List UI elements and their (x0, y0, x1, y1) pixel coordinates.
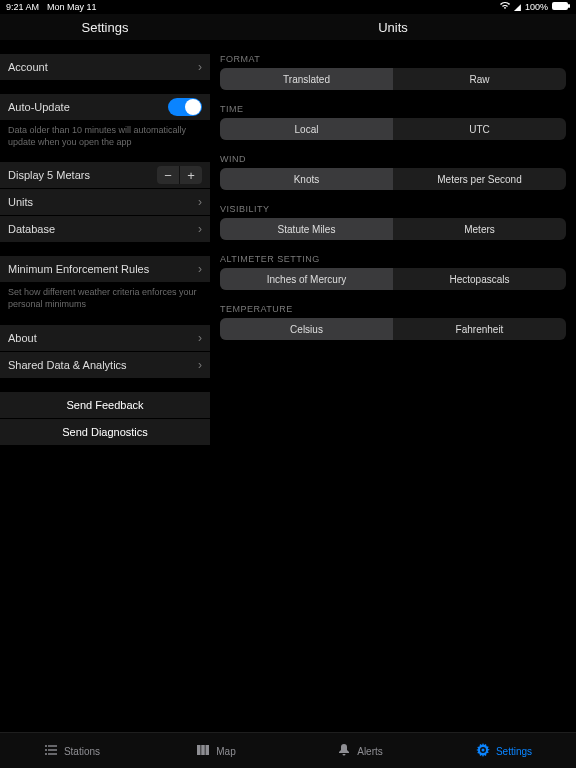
tab-label: Map (216, 746, 235, 757)
status-time: 9:21 AM (6, 2, 39, 12)
group-label: TIME (210, 104, 576, 114)
database-row[interactable]: Database › (0, 216, 210, 242)
account-row[interactable]: Account › (0, 54, 210, 80)
svg-rect-7 (48, 753, 57, 754)
list-icon (44, 743, 58, 759)
segment-option[interactable]: Fahrenheit (393, 318, 566, 340)
about-label: About (8, 332, 37, 344)
segmented-control: CelsiusFahrenheit (220, 318, 566, 340)
map-icon (196, 743, 210, 759)
svg-rect-9 (202, 745, 206, 755)
send-feedback-button[interactable]: Send Feedback (0, 392, 210, 419)
tab-alerts[interactable]: Alerts (288, 733, 432, 768)
chevron-right-icon: › (198, 60, 202, 74)
tab-label: Alerts (357, 746, 383, 757)
display-metars-row: Display 5 Metars − + (0, 162, 210, 189)
auto-update-desc: Data older than 10 minutes will automati… (0, 121, 210, 148)
account-label: Account (8, 61, 48, 73)
segment-option[interactable]: Local (220, 118, 393, 140)
segmented-control: Inches of MercuryHectopascals (220, 268, 566, 290)
tab-stations[interactable]: Stations (0, 733, 144, 768)
svg-rect-5 (48, 749, 57, 750)
wifi-icon (500, 2, 510, 12)
segment-option[interactable]: Meters (393, 218, 566, 240)
segment-option[interactable]: Knots (220, 168, 393, 190)
tab-settings[interactable]: Settings (432, 733, 576, 768)
units-detail: Units FORMATTranslatedRawTIMELocalUTCWIN… (210, 14, 576, 732)
sidebar-title: Settings (0, 14, 210, 40)
svg-rect-10 (206, 745, 210, 755)
chevron-right-icon: › (198, 195, 202, 209)
settings-sidebar: Settings Account › Auto-Update Data olde… (0, 14, 210, 732)
stepper-minus-button[interactable]: − (157, 166, 179, 184)
segmented-control: LocalUTC (220, 118, 566, 140)
units-row[interactable]: Units › (0, 189, 210, 216)
auto-update-label: Auto-Update (8, 101, 70, 113)
segment-option[interactable]: Meters per Second (393, 168, 566, 190)
metars-stepper: − + (157, 166, 202, 184)
segment-option[interactable]: Celsius (220, 318, 393, 340)
segmented-control: TranslatedRaw (220, 68, 566, 90)
status-bar: 9:21 AM Mon May 11 ◢ 100% (0, 0, 576, 14)
about-row[interactable]: About › (0, 325, 210, 352)
min-rules-desc: Set how different weather criteria enfor… (0, 283, 210, 310)
chevron-right-icon: › (198, 222, 202, 236)
group-label: FORMAT (210, 54, 576, 64)
svg-rect-0 (552, 2, 568, 10)
segment-option[interactable]: Translated (220, 68, 393, 90)
svg-point-2 (45, 745, 47, 747)
battery-icon (552, 2, 570, 12)
segment-option[interactable]: Hectopascals (393, 268, 566, 290)
segment-option[interactable]: Statute Miles (220, 218, 393, 240)
chevron-right-icon: › (198, 358, 202, 372)
gear-icon (476, 743, 490, 759)
svg-rect-3 (48, 745, 57, 746)
status-date: Mon May 11 (47, 2, 97, 12)
auto-update-toggle[interactable] (168, 98, 202, 116)
group-label: TEMPERATURE (210, 304, 576, 314)
auto-update-row: Auto-Update (0, 94, 210, 121)
units-label: Units (8, 196, 33, 208)
tab-label: Settings (496, 746, 532, 757)
tab-map[interactable]: Map (144, 733, 288, 768)
group-label: WIND (210, 154, 576, 164)
shared-data-row[interactable]: Shared Data & Analytics › (0, 352, 210, 378)
svg-point-6 (45, 753, 47, 755)
group-label: ALTIMETER SETTING (210, 254, 576, 264)
send-diagnostics-button[interactable]: Send Diagnostics (0, 419, 210, 446)
stepper-plus-button[interactable]: + (179, 166, 202, 184)
tab-label: Stations (64, 746, 100, 757)
segment-option[interactable]: Raw (393, 68, 566, 90)
svg-point-4 (45, 749, 47, 751)
detail-title: Units (210, 14, 576, 40)
chevron-right-icon: › (198, 331, 202, 345)
display-metars-label: Display 5 Metars (8, 169, 90, 181)
segment-option[interactable]: UTC (393, 118, 566, 140)
min-rules-row[interactable]: Minimum Enforcement Rules › (0, 256, 210, 283)
segment-option[interactable]: Inches of Mercury (220, 268, 393, 290)
bell-icon (337, 743, 351, 759)
cell-icon: ◢ (514, 2, 521, 12)
shared-data-label: Shared Data & Analytics (8, 359, 127, 371)
chevron-right-icon: › (198, 262, 202, 276)
segmented-control: Statute MilesMeters (220, 218, 566, 240)
min-rules-label: Minimum Enforcement Rules (8, 263, 149, 275)
group-label: VISIBILITY (210, 204, 576, 214)
database-label: Database (8, 223, 55, 235)
tab-bar: Stations Map Alerts Settings (0, 732, 576, 768)
segmented-control: KnotsMeters per Second (220, 168, 566, 190)
battery-pct: 100% (525, 2, 548, 12)
svg-rect-1 (568, 4, 570, 8)
svg-rect-8 (197, 745, 201, 755)
